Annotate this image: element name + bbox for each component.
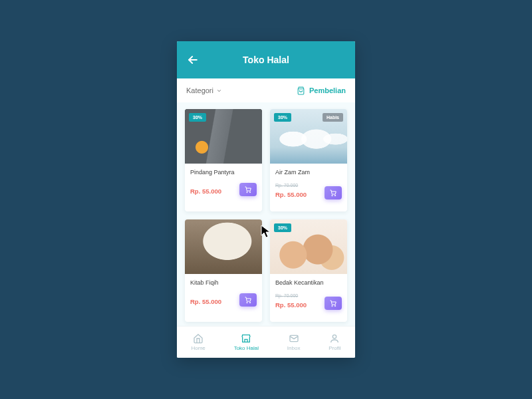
status-badge: Habis bbox=[323, 113, 343, 122]
product-price: Rp. 55.000 bbox=[275, 191, 307, 198]
product-grid: 30% Pindang Pantyra Rp. 55.000 30% Ha bbox=[177, 102, 355, 326]
bottom-nav: Home Toko Halal Inbox Profil bbox=[177, 326, 355, 358]
nav-inbox[interactable]: Inbox bbox=[287, 333, 301, 351]
svg-point-0 bbox=[247, 192, 248, 193]
top-bar: Toko Halal bbox=[177, 41, 355, 78]
product-card[interactable]: 30% Habis Air Zam Zam Rp. 70.000 Rp. 55.… bbox=[270, 109, 347, 211]
purchase-link[interactable]: Pembelian bbox=[297, 86, 346, 95]
nav-label: Profil bbox=[329, 345, 340, 351]
product-name: Air Zam Zam bbox=[275, 169, 342, 176]
back-button[interactable] bbox=[186, 53, 201, 67]
svg-point-7 bbox=[334, 305, 336, 307]
product-image: 30% bbox=[270, 219, 347, 274]
nav-label: Inbox bbox=[287, 345, 301, 351]
cart-icon bbox=[329, 189, 337, 197]
product-price: Rp. 55.000 bbox=[275, 301, 307, 309]
svg-point-9 bbox=[333, 335, 336, 338]
old-price: Rp. 70.000 bbox=[275, 183, 307, 188]
nav-toko-halal[interactable]: Toko Halal bbox=[234, 333, 259, 351]
old-price: Rp. 70.000 bbox=[275, 293, 307, 299]
app-frame: Toko Halal Kategori Pembelian 30% Pindan… bbox=[177, 41, 355, 358]
product-image: 30% bbox=[185, 109, 262, 164]
product-name: Pindang Pantyra bbox=[190, 169, 257, 176]
product-card[interactable]: 30% Pindang Pantyra Rp. 55.000 bbox=[185, 109, 262, 211]
chevron-down-icon bbox=[216, 88, 222, 94]
svg-point-4 bbox=[247, 302, 248, 303]
svg-point-2 bbox=[332, 195, 333, 196]
shopping-bag-icon bbox=[297, 86, 305, 95]
purchase-label: Pembelian bbox=[309, 86, 346, 94]
nav-profil[interactable]: Profil bbox=[329, 333, 340, 351]
svg-point-3 bbox=[334, 195, 336, 196]
product-name: Kitab Fiqih bbox=[190, 279, 257, 287]
product-name: Bedak Kecantikan bbox=[275, 279, 342, 287]
nav-label: Home bbox=[191, 345, 205, 351]
product-image: 30% Habis bbox=[270, 109, 347, 164]
cart-icon bbox=[244, 296, 252, 304]
product-image bbox=[185, 219, 262, 274]
product-price: Rp. 55.000 bbox=[190, 188, 221, 195]
cart-icon bbox=[329, 299, 337, 307]
nav-label: Toko Halal bbox=[234, 345, 259, 351]
cart-icon bbox=[244, 186, 252, 194]
home-icon bbox=[193, 333, 203, 344]
store-icon bbox=[241, 333, 251, 344]
filter-bar: Kategori Pembelian bbox=[177, 78, 355, 102]
add-to-cart-button[interactable] bbox=[239, 293, 257, 307]
page-title: Toko Halal bbox=[177, 55, 355, 65]
category-label: Kategori bbox=[186, 86, 213, 94]
category-dropdown[interactable]: Kategori bbox=[186, 86, 222, 94]
discount-badge: 30% bbox=[274, 113, 291, 122]
mail-icon bbox=[289, 333, 299, 344]
product-card[interactable]: 30% Bedak Kecantikan Rp. 70.000 Rp. 55.0… bbox=[270, 219, 347, 322]
arrow-left-icon bbox=[186, 53, 200, 66]
svg-point-5 bbox=[249, 302, 251, 303]
nav-home[interactable]: Home bbox=[191, 333, 205, 351]
product-price: Rp. 55.000 bbox=[190, 298, 221, 305]
add-to-cart-button[interactable] bbox=[239, 183, 257, 196]
discount-badge: 30% bbox=[189, 113, 206, 122]
discount-badge: 30% bbox=[274, 223, 291, 232]
add-to-cart-button[interactable] bbox=[325, 297, 342, 310]
user-icon bbox=[329, 333, 340, 344]
product-card[interactable]: Kitab Fiqih Rp. 55.000 bbox=[185, 219, 262, 322]
svg-point-6 bbox=[332, 305, 333, 307]
svg-point-1 bbox=[249, 192, 251, 193]
add-to-cart-button[interactable] bbox=[325, 186, 342, 200]
